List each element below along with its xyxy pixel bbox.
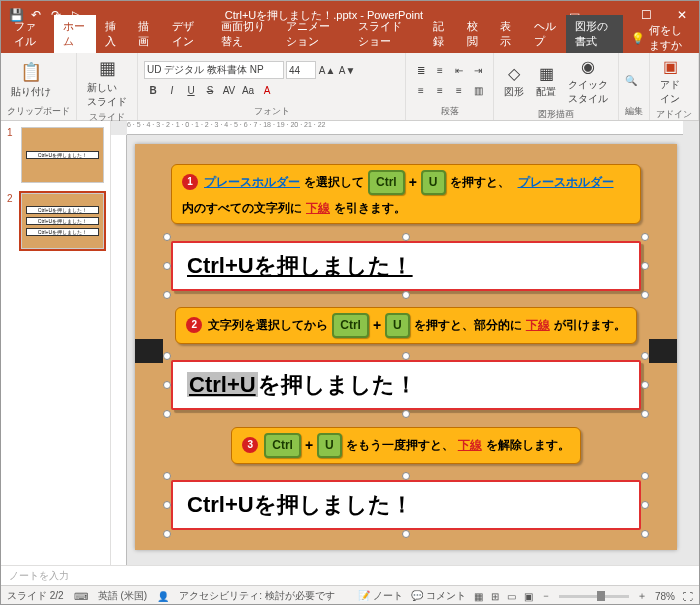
group-drawing: ◇図形 ▦配置 ◉クイック スタイル 図形描画 bbox=[494, 53, 619, 120]
quickstyle-button[interactable]: ◉クイック スタイル bbox=[564, 55, 612, 108]
tab-help[interactable]: ヘルプ bbox=[525, 15, 566, 53]
accessibility-icon: 👤 bbox=[157, 591, 169, 602]
align-right-button[interactable]: ≡ bbox=[450, 81, 468, 99]
ribbon-tabs: ファイル ホーム 挿入 描画 デザイン 画面切り替え アニメーション スライド … bbox=[1, 29, 699, 53]
callout-num-icon: 1 bbox=[182, 174, 198, 190]
placeholder-3[interactable]: Ctrl+Uを押しました！ bbox=[171, 480, 641, 530]
group-font: UD デジタル 教科書体 NP 44 A▲ A▼ B I U S AV Aa A… bbox=[138, 53, 406, 120]
columns-button[interactable]: ▥ bbox=[469, 81, 487, 99]
tab-insert[interactable]: 挿入 bbox=[96, 15, 130, 53]
notes-pane[interactable]: ノートを入力 bbox=[1, 565, 699, 585]
callout-num-icon: 2 bbox=[186, 317, 202, 333]
new-slide-button[interactable]: ▦新しい スライド bbox=[83, 55, 131, 111]
group-addin-label: アドイン bbox=[656, 108, 692, 121]
strike-button[interactable]: S bbox=[201, 81, 219, 99]
tab-record[interactable]: 記録 bbox=[424, 15, 458, 53]
tab-home[interactable]: ホーム bbox=[54, 15, 95, 53]
comments-button[interactable]: 💬 コメント bbox=[411, 589, 466, 603]
ruler-vertical bbox=[111, 135, 127, 565]
placeholder-2[interactable]: Ctrl+Uを押しました！ bbox=[171, 360, 641, 410]
shapes-button[interactable]: ◇図形 bbox=[500, 62, 528, 101]
tell-me[interactable]: 💡 何をしますか bbox=[623, 23, 699, 53]
callout-link[interactable]: プレースホルダー bbox=[518, 173, 614, 192]
tell-me-text: 何をしますか bbox=[649, 23, 691, 53]
view-normal-icon[interactable]: ▦ bbox=[474, 591, 483, 602]
key-ctrl: Ctrl bbox=[332, 313, 369, 338]
thumbnail-number: 2 bbox=[7, 193, 19, 204]
view-slideshow-icon[interactable]: ▣ bbox=[524, 591, 533, 602]
tab-design[interactable]: デザイン bbox=[163, 15, 212, 53]
align-center-button[interactable]: ≡ bbox=[431, 81, 449, 99]
grow-font-button[interactable]: A▲ bbox=[318, 61, 336, 79]
char-spacing-button[interactable]: AV bbox=[220, 81, 238, 99]
zoom-percent[interactable]: 78% bbox=[655, 591, 675, 602]
callout-2: 2 文字列を選択してから Ctrl + U を押すと、部分的に 下線 が引けます… bbox=[175, 307, 637, 344]
slide-indicator[interactable]: スライド 2/2 bbox=[7, 589, 64, 603]
slide-canvas[interactable]: 6 · 5 · 4 · 3 · 2 · 1 · 0 · 1 · 2 · 3 · … bbox=[111, 121, 699, 565]
editing-icon[interactable]: 🔍 bbox=[625, 75, 637, 86]
font-color-button[interactable]: A bbox=[258, 81, 276, 99]
group-paragraph: ≣ ≡ ⇤ ⇥ ≡ ≡ ≡ ▥ 段落 bbox=[406, 53, 494, 120]
numbering-button[interactable]: ≡ bbox=[431, 61, 449, 79]
notes-button[interactable]: 📝 ノート bbox=[358, 589, 403, 603]
group-font-label: フォント bbox=[144, 105, 399, 118]
thumbnail-2[interactable]: 2 Ctrl+Uを押しました！ Ctrl+Uを押しました！ Ctrl+Uを押しま… bbox=[7, 193, 104, 249]
change-case-button[interactable]: Aa bbox=[239, 81, 257, 99]
group-editing: 🔍 編集 bbox=[619, 53, 650, 120]
key-u: U bbox=[421, 170, 446, 195]
status-bar: スライド 2/2 ⌨ 英語 (米国) 👤 アクセシビリティ: 検討が必要です 📝… bbox=[1, 585, 699, 605]
placeholder-text: を押しました！ bbox=[258, 372, 417, 397]
tab-transitions[interactable]: 画面切り替え bbox=[212, 15, 277, 53]
tab-view[interactable]: 表示 bbox=[491, 15, 525, 53]
selected-text: Ctrl+U bbox=[187, 372, 258, 397]
underline-button[interactable]: U bbox=[182, 81, 200, 99]
callout-1: 1 プレースホルダー を選択して Ctrl + U を押すと、 プレースホルダー… bbox=[171, 164, 641, 224]
tab-animations[interactable]: アニメーション bbox=[277, 15, 350, 53]
group-paragraph-label: 段落 bbox=[412, 105, 487, 118]
arrange-button[interactable]: ▦配置 bbox=[532, 62, 560, 101]
group-clipboard-label: クリップボード bbox=[7, 105, 70, 118]
bold-button[interactable]: B bbox=[144, 81, 162, 99]
placeholder-text: Ctrl+Uを押しました！ bbox=[187, 253, 413, 278]
lightbulb-icon: 💡 bbox=[631, 32, 645, 45]
callout-3: 3 Ctrl + U をもう一度押すと、 下線 を解除します。 bbox=[231, 427, 581, 464]
tab-draw[interactable]: 描画 bbox=[129, 15, 163, 53]
font-size-select[interactable]: 44 bbox=[286, 61, 316, 79]
thumbnail-panel[interactable]: 1 Ctrl+Uを押しました！ 2 Ctrl+Uを押しました！ Ctrl+Uを押… bbox=[1, 121, 111, 565]
group-drawing-label: 図形描画 bbox=[500, 108, 612, 121]
language-button[interactable]: 英語 (米国) bbox=[98, 589, 147, 603]
zoom-slider[interactable] bbox=[559, 595, 629, 598]
shrink-font-button[interactable]: A▼ bbox=[338, 61, 356, 79]
font-name-select[interactable]: UD デジタル 教科書体 NP bbox=[144, 61, 284, 79]
slide[interactable]: 1 プレースホルダー を選択して Ctrl + U を押すと、 プレースホルダー… bbox=[135, 144, 677, 551]
ruler-horizontal: 6 · 5 · 4 · 3 · 2 · 1 · 0 · 1 · 2 · 3 · … bbox=[127, 121, 683, 135]
work-area: 1 Ctrl+Uを押しました！ 2 Ctrl+Uを押しました！ Ctrl+Uを押… bbox=[1, 121, 699, 565]
callout-link[interactable]: プレースホルダー bbox=[204, 173, 300, 192]
tab-review[interactable]: 校閲 bbox=[458, 15, 492, 53]
paste-button[interactable]: 📋貼り付け bbox=[7, 59, 55, 101]
zoom-in-button[interactable]: ＋ bbox=[637, 589, 647, 603]
placeholder-text: Ctrl+Uを押しました！ bbox=[187, 492, 413, 517]
bullets-button[interactable]: ≣ bbox=[412, 61, 430, 79]
tab-file[interactable]: ファイル bbox=[5, 15, 54, 53]
lang-icon: ⌨ bbox=[74, 591, 88, 602]
view-reading-icon[interactable]: ▭ bbox=[507, 591, 516, 602]
callout-num-icon: 3 bbox=[242, 437, 258, 453]
fit-to-window-button[interactable]: ⛶ bbox=[683, 591, 693, 602]
zoom-out-button[interactable]: － bbox=[541, 589, 551, 603]
tab-shape-format[interactable]: 図形の書式 bbox=[566, 15, 623, 53]
accessibility-button[interactable]: アクセシビリティ: 検討が必要です bbox=[179, 589, 335, 603]
group-slides: ▦新しい スライド スライド bbox=[77, 53, 138, 120]
addin-button[interactable]: ▣アド イン bbox=[656, 55, 684, 108]
indent-inc-button[interactable]: ⇥ bbox=[469, 61, 487, 79]
group-addin: ▣アド イン アドイン bbox=[650, 53, 699, 120]
italic-button[interactable]: I bbox=[163, 81, 181, 99]
placeholder-1[interactable]: Ctrl+Uを押しました！ bbox=[171, 241, 641, 291]
indent-dec-button[interactable]: ⇤ bbox=[450, 61, 468, 79]
thumbnail-number: 1 bbox=[7, 127, 19, 138]
key-u: U bbox=[385, 313, 410, 338]
thumbnail-1[interactable]: 1 Ctrl+Uを押しました！ bbox=[7, 127, 104, 183]
view-sorter-icon[interactable]: ⊞ bbox=[491, 591, 499, 602]
tab-slideshow[interactable]: スライド ショー bbox=[349, 15, 424, 53]
align-left-button[interactable]: ≡ bbox=[412, 81, 430, 99]
